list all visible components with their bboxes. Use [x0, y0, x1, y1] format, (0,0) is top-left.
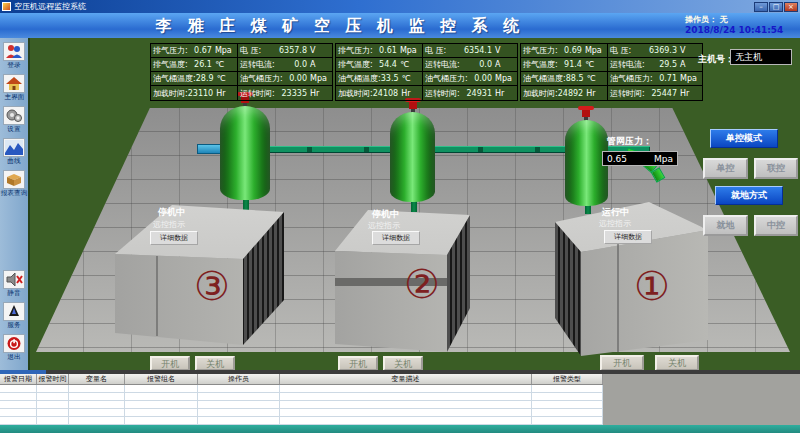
sidebar-item-label: 服务	[7, 321, 20, 330]
machine-1-number: ①	[634, 266, 670, 306]
param-value: 88.5	[566, 74, 587, 83]
param-unit: ℃	[587, 74, 607, 83]
param-unit: Hr	[680, 89, 700, 98]
local-button[interactable]: 就地	[703, 215, 748, 236]
sidebar: 登录 主界面 设置 曲线 报表查询	[0, 38, 30, 370]
machine-3-status: 停机中	[158, 206, 185, 219]
central-button[interactable]: 中控	[754, 215, 798, 236]
air-tank-3	[220, 106, 270, 200]
table-row	[0, 393, 603, 401]
service-icon	[3, 302, 25, 321]
param-value: 0.00	[468, 74, 495, 83]
joint-control-button[interactable]: 联控	[754, 158, 798, 179]
sidebar-item-settings[interactable]: 设置	[0, 106, 28, 134]
param-label: 加载时间:	[153, 88, 188, 99]
param-value: 0.71	[653, 74, 680, 83]
machine-2-stop-button[interactable]: 关机	[383, 356, 423, 371]
machine-3-stop-button[interactable]: 关机	[195, 356, 235, 371]
telemetry-panel-3: 排气压力:0.67Mpa 电 压:6357.8V 排气温度:26.1℃ 运转电流…	[150, 43, 333, 101]
param-unit: A	[310, 60, 330, 69]
param-value: 24108	[373, 89, 401, 98]
machine-1-remote-label: 远控指示	[599, 218, 631, 229]
sidebar-item-login[interactable]: 登录	[0, 42, 28, 70]
sidebar-item-reports[interactable]: 报表查询	[0, 170, 28, 198]
minimize-button[interactable]: –	[754, 2, 768, 12]
param-label: 运转时间:	[425, 88, 460, 99]
sidebar-item-curves[interactable]: 曲线	[0, 138, 28, 166]
telemetry-panel-1: 排气压力:0.69Mpa 电 压:6369.3V 排气温度:91.4℃ 运转电流…	[520, 43, 703, 101]
sidebar-item-main[interactable]: 主界面	[0, 74, 28, 102]
param-label: 油气桶压力:	[240, 73, 283, 84]
host-value-box: 无主机	[730, 49, 792, 65]
users-icon	[3, 42, 25, 61]
param-label: 运转电流:	[610, 59, 645, 70]
param-unit: Hr	[586, 89, 606, 98]
gears-icon	[3, 106, 25, 125]
machine-3-start-button[interactable]: 开机	[150, 356, 190, 371]
window-titlebar[interactable]: 空压机远程监控系统 – □ ×	[0, 0, 800, 13]
machine-1-detail-button[interactable]: 详细数据	[604, 230, 652, 244]
operator-label: 操作员：	[685, 15, 717, 24]
sidebar-item-label: 报表查询	[1, 189, 28, 198]
maximize-button[interactable]: □	[769, 2, 783, 12]
param-label: 运转时间:	[610, 88, 645, 99]
datetime: 2018/8/24 10:41:54	[685, 25, 797, 36]
machine-2-start-button[interactable]: 开机	[338, 356, 378, 371]
local-mode-button[interactable]: 就地方式	[715, 186, 783, 205]
machine-1-start-button[interactable]: 开机	[600, 355, 644, 371]
column-header: 操作员	[198, 374, 280, 384]
param-value: 26.1	[188, 60, 215, 69]
param-value: 0.0	[275, 60, 310, 69]
param-label: 油气桶温度:	[153, 73, 196, 84]
param-label: 加载时间:	[523, 88, 558, 99]
param-value: 0.69	[558, 46, 585, 55]
alarm-table-header: 报警日期 报警时间 变量名 报警组名 操作员 变量描述 报警类型	[0, 374, 603, 385]
sidebar-item-label: 设置	[7, 125, 20, 134]
app-icon	[2, 2, 11, 11]
pipe-pressure-label: 管网压力：	[607, 135, 652, 148]
param-unit: Mpa	[310, 74, 330, 83]
single-control-button[interactable]: 单控	[703, 158, 748, 179]
compressor-unit-2	[330, 206, 471, 354]
sidebar-item-service[interactable]: 服务	[0, 302, 28, 330]
machine-3-remote-label: 远控指示	[153, 219, 185, 230]
sidebar-item-mute[interactable]: 静音	[0, 270, 28, 298]
param-unit: Mpa	[680, 74, 700, 83]
param-value: 0.00	[283, 74, 310, 83]
param-value: 24931	[460, 89, 495, 98]
pipe-pressure-value: 0.65	[607, 154, 627, 164]
sidebar-item-label: 登录	[7, 61, 20, 70]
param-unit: ℃	[585, 60, 605, 69]
param-label: 排气温度:	[338, 59, 373, 70]
param-value: 23110	[188, 89, 216, 98]
air-tank-2	[390, 112, 435, 202]
header-banner: 李 雅 庄 煤 矿 空 压 机 监 控 系 统 操作员： 无 2018/8/24…	[0, 13, 800, 38]
sidebar-item-exit[interactable]: 退出	[0, 334, 28, 362]
param-unit: ℃	[400, 60, 420, 69]
app-window: 空压机远程监控系统 – □ × 李 雅 庄 煤 矿 空 压 机 监 控 系 统 …	[0, 0, 800, 433]
param-value: 0.67	[188, 46, 215, 55]
machine-3-detail-button[interactable]: 详细数据	[150, 231, 198, 245]
column-header: 变量描述	[280, 374, 532, 384]
param-label: 运转时间:	[240, 88, 275, 99]
operator-block: 操作员： 无 2018/8/24 10:41:54	[685, 14, 797, 36]
machine-1-stop-button[interactable]: 关机	[655, 355, 699, 371]
param-label: 排气温度:	[153, 59, 188, 70]
close-button[interactable]: ×	[784, 2, 798, 12]
param-value: 54.4	[373, 60, 400, 69]
param-label: 油气桶压力:	[425, 73, 468, 84]
param-label: 运转电流:	[240, 59, 275, 70]
single-mode-button[interactable]: 单控模式	[710, 129, 778, 148]
param-label: 加载时间:	[338, 88, 373, 99]
param-label: 排气压力:	[523, 45, 558, 56]
param-value: 6354.1	[446, 46, 495, 55]
param-label: 油气桶温度:	[523, 73, 566, 84]
param-value: 91.4	[558, 60, 585, 69]
param-label: 排气压力:	[153, 45, 188, 56]
operator-value: 无	[720, 15, 728, 24]
param-unit: V	[495, 46, 515, 55]
param-value: 28.9	[196, 74, 217, 83]
machine-2-number: ②	[404, 264, 440, 304]
param-unit: Mpa	[495, 74, 515, 83]
machine-2-detail-button[interactable]: 详细数据	[372, 231, 420, 245]
